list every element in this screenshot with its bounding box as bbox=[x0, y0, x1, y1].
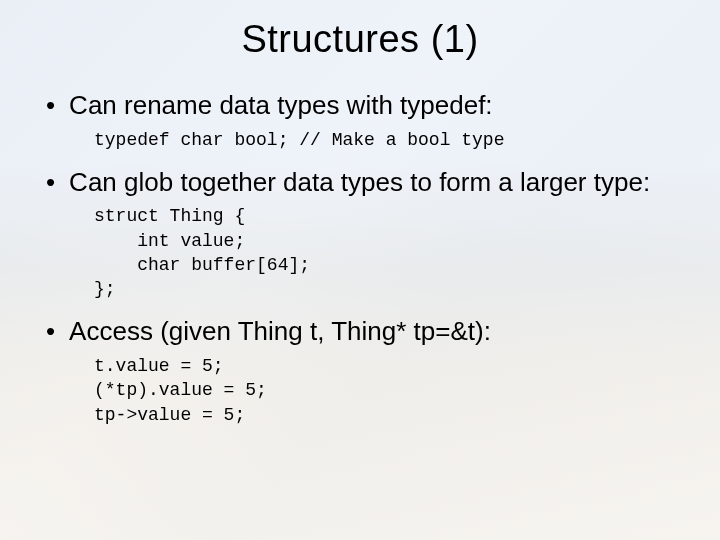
bullet-icon: • bbox=[46, 89, 55, 122]
bullet-icon: • bbox=[46, 166, 55, 199]
code-block: struct Thing { int value; char buffer[64… bbox=[94, 204, 682, 301]
bullet-text: Access (given Thing t, Thing* tp=&t): bbox=[69, 315, 682, 348]
bullet-list: • Can rename data types with typedef: ty… bbox=[38, 89, 682, 427]
list-item: • Can rename data types with typedef: ty… bbox=[46, 89, 682, 152]
bullet-row: • Can glob together data types to form a… bbox=[46, 166, 682, 199]
bullet-icon: • bbox=[46, 315, 55, 348]
list-item: • Can glob together data types to form a… bbox=[46, 166, 682, 302]
code-block: typedef char bool; // Make a bool type bbox=[94, 128, 682, 152]
list-item: • Access (given Thing t, Thing* tp=&t): … bbox=[46, 315, 682, 426]
code-block: t.value = 5; (*tp).value = 5; tp->value … bbox=[94, 354, 682, 427]
bullet-row: • Access (given Thing t, Thing* tp=&t): bbox=[46, 315, 682, 348]
slide-content: Structures (1) • Can rename data types w… bbox=[0, 0, 720, 427]
bullet-row: • Can rename data types with typedef: bbox=[46, 89, 682, 122]
page-title: Structures (1) bbox=[38, 18, 682, 61]
bullet-text: Can rename data types with typedef: bbox=[69, 89, 682, 122]
slide: Structures (1) • Can rename data types w… bbox=[0, 0, 720, 540]
bullet-text: Can glob together data types to form a l… bbox=[69, 166, 682, 199]
